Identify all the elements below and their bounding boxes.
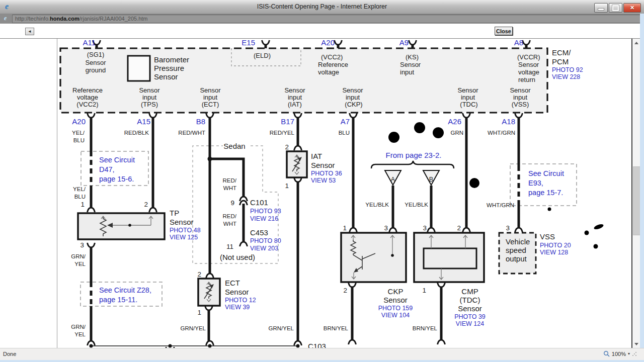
ckp-view-link[interactable]: VIEW 104: [381, 312, 410, 319]
tp-view-link[interactable]: VIEW 125: [170, 234, 198, 241]
iat-name-line1: IAT: [311, 152, 322, 160]
wirecolor-branch-1a: RED/: [223, 177, 237, 184]
vccr-line1: Sensor: [518, 61, 539, 68]
scroll-down-arrow[interactable]: [632, 340, 640, 348]
c453-view-link[interactable]: VIEW 203: [250, 245, 278, 252]
from-page-link[interactable]: From page 23-2.: [386, 151, 442, 159]
col-tps-line1: Sensor: [139, 86, 160, 94]
iat-photo-link[interactable]: PHOTO 36: [311, 170, 342, 177]
window-close-button[interactable]: ✕: [623, 3, 641, 13]
title-bar: e ISIS-Content Opening Page - Internet E…: [0, 0, 644, 14]
url-field[interactable]: http://techinfo.honda.com/rjanisis/RJAAI…: [12, 15, 641, 23]
pin-a20-top-label: A20: [321, 39, 335, 47]
ref-e93-line2[interactable]: E93,: [528, 179, 543, 187]
c453-photo-link[interactable]: PHOTO 80: [250, 237, 281, 244]
tp-photo-link[interactable]: PHOTO 48: [170, 227, 201, 234]
wirecolor-branch-2a: RED/: [223, 213, 237, 219]
ks-line2: input: [400, 68, 415, 76]
eld-tag: (ELD): [254, 52, 271, 59]
vccr-tag: (VCCR): [517, 53, 540, 61]
col-vss-line2: input: [513, 94, 528, 101]
col-vcc2-line3: (VCC2): [76, 101, 98, 108]
col-vcc2-line1: Reference: [72, 86, 103, 94]
ecm-title-line1: ECM/: [552, 48, 571, 57]
c101-photo-link[interactable]: PHOTO 93: [250, 208, 281, 215]
vss-pin3: 3: [506, 224, 510, 232]
vcc2-top-line2: voltage: [318, 68, 339, 76]
window-title: ISIS-Content Opening Page - Internet Exp…: [0, 3, 644, 10]
wirecolor-tp1-2: BLU: [74, 194, 86, 200]
ect-photo-link[interactable]: PHOTO 12: [225, 297, 256, 304]
scrollbar-thumb[interactable]: [633, 166, 640, 235]
magnifier-icon: [603, 350, 610, 357]
vertical-scrollbar[interactable]: [632, 39, 640, 348]
url-prefix: http://techinfo.: [15, 16, 50, 22]
ref-z28-line1[interactable]: See Circuit Z28,: [99, 286, 151, 294]
from-page-brace: [371, 161, 454, 168]
cmp-name-line3: Sensor: [458, 304, 482, 313]
ect-view-link[interactable]: VIEW 39: [225, 304, 250, 311]
pin-a8-label: A8: [514, 39, 523, 47]
ks-line1: Sensor: [400, 61, 421, 68]
ref-d47-line2[interactable]: D47,: [99, 165, 115, 173]
ect-pin1: 1: [197, 309, 201, 316]
scroll-up-arrow[interactable]: [632, 39, 640, 47]
maximize-icon: [612, 5, 619, 11]
wirecolor-a15: RED/BLK: [124, 130, 149, 136]
ecm-photo-link[interactable]: PHOTO 92: [552, 66, 583, 73]
cmp-name-line1: CMP: [461, 287, 478, 296]
ect-name-line2: Sensor: [225, 288, 249, 296]
pin-a15-label: A15: [137, 117, 150, 126]
iat-view-link[interactable]: VIEW 53: [311, 177, 336, 184]
c101-pin9: 9: [230, 199, 234, 207]
close-x-icon: ✕: [630, 5, 634, 11]
vss-photo-link[interactable]: PHOTO 20: [540, 242, 571, 249]
minimize-icon: [598, 8, 604, 11]
c101-view-link[interactable]: VIEW 216: [250, 215, 278, 222]
wirecolor-tp1-1: YEL/: [73, 186, 86, 192]
vcc2-top-tag: (VCC2): [321, 53, 343, 61]
ref-e93-line1[interactable]: See Circuit: [528, 169, 564, 177]
ink-blots: [388, 122, 604, 249]
vss-view-link[interactable]: VIEW 128: [540, 249, 568, 256]
vss-box-line2: speed: [506, 246, 526, 254]
cmp-inner-box: [424, 248, 476, 268]
col-tps-line3: (TPS): [141, 101, 158, 108]
ks-tag: (KS): [406, 53, 419, 61]
zoom-dropdown-arrow[interactable]: ▾: [628, 351, 630, 356]
col-iat-line3: (IAT): [288, 101, 302, 108]
wiring-diagram: A11E15A20A9A8(SG1)SensorgroundBarometerP…: [0, 39, 644, 348]
vss-name: VSS: [540, 232, 555, 241]
close-button[interactable]: Close: [495, 27, 513, 35]
zoom-control[interactable]: 100% ▾: [603, 350, 637, 357]
back-button[interactable]: ◄: [25, 28, 34, 35]
col-vcc2-line2: voltage: [77, 94, 98, 101]
sg1-line1: Sensor: [85, 59, 106, 66]
minimize-button[interactable]: [594, 3, 608, 13]
address-bar: e http://techinfo.honda.com/rjanisis/RJA…: [0, 14, 644, 24]
ref-e93-line3[interactable]: page 15-7.: [528, 189, 563, 197]
pin-a20-label: A20: [72, 117, 86, 126]
triangle-b-letter: B: [429, 176, 433, 183]
wirecolor-b17: RED/YEL: [270, 130, 295, 136]
tp-pin2: 2: [144, 201, 148, 208]
ref-d47-line1[interactable]: See Circuit: [99, 156, 135, 164]
ckp-photo-link[interactable]: PHOTO 159: [378, 305, 413, 312]
wirecolor-tri-a: YEL/BLK: [365, 202, 389, 208]
ref-d47-line3[interactable]: page 15-6.: [99, 175, 134, 183]
cmp-photo-link[interactable]: PHOTO 39: [454, 313, 486, 320]
ecm-view-link[interactable]: VIEW 228: [552, 73, 580, 80]
iat-name-line2: Sensor: [311, 161, 335, 169]
pin-b8-label: B8: [196, 117, 205, 126]
ckp-pin3: 3: [384, 224, 388, 232]
maximize-button[interactable]: [609, 3, 622, 13]
vccr-line2: voltage: [518, 68, 539, 76]
vcc2-top-line1: Reference: [318, 61, 348, 68]
cmp-view-link[interactable]: VIEW 124: [456, 320, 484, 327]
col-iat-line2: input: [288, 94, 302, 101]
iat-pin1: 1: [285, 182, 289, 190]
pin-a26-label: A26: [448, 117, 461, 126]
cmp-name-line2: (TDC): [460, 296, 480, 304]
wirecolor-a20-2: BLU: [73, 137, 85, 143]
ref-z28-line2[interactable]: page 15-11.: [99, 296, 137, 304]
